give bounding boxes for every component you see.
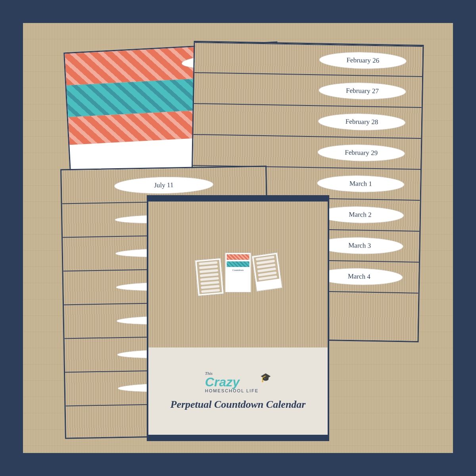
mini-line: [200, 273, 219, 277]
date-mar1: March 1: [317, 175, 405, 193]
mini-line: [200, 277, 219, 281]
mini-line: [199, 265, 218, 269]
cover-bottom-section: This Crazy Homeschool Life 🎓 Perpetual C…: [148, 347, 328, 435]
mini-line: [201, 289, 220, 293]
mini-line: [200, 281, 219, 285]
date-row-feb26: February 26: [194, 42, 422, 77]
cover-top-border: [148, 197, 328, 202]
outer-border: National Day of Prayer Mother's Day Febr…: [20, 20, 456, 456]
date-row-feb29: February 29: [193, 135, 421, 170]
date-mar2: March 2: [317, 205, 404, 224]
mini-line: [200, 285, 219, 289]
mini-pages-illustration: Countdown: [195, 253, 281, 296]
brand-crazy: Crazy: [205, 376, 240, 388]
mini-line: [198, 261, 217, 265]
mini-chevron-teal: [226, 261, 249, 267]
date-row-feb27: February 27: [194, 73, 422, 108]
july-11: July 11: [114, 176, 213, 194]
date-feb28: February 28: [318, 113, 406, 131]
card-cover: Countdown This Crazy: [147, 195, 329, 441]
mini-page-3: [251, 253, 282, 292]
mini-page-wood-3: [253, 254, 279, 282]
date-feb26: February 26: [319, 52, 407, 70]
mini-line: [258, 275, 277, 280]
graduation-icon: 🎓: [260, 372, 271, 383]
brand-homeschool: Homeschool Life: [205, 388, 259, 393]
date-row-feb28: February 28: [193, 104, 421, 139]
mini-page-1: [195, 258, 224, 296]
cover-bottom-border: [148, 435, 328, 440]
mini-line: [199, 269, 218, 273]
cover-title: Perpetual Countdown Calendar: [171, 398, 306, 411]
mini-page-2: Countdown: [225, 253, 251, 292]
mini-page-wood-1: [196, 260, 222, 294]
date-feb27: February 27: [319, 82, 406, 100]
cover-wood-section: Countdown: [148, 202, 328, 347]
date-feb29: February 29: [317, 144, 405, 162]
mini-chevron-coral: [226, 254, 249, 260]
